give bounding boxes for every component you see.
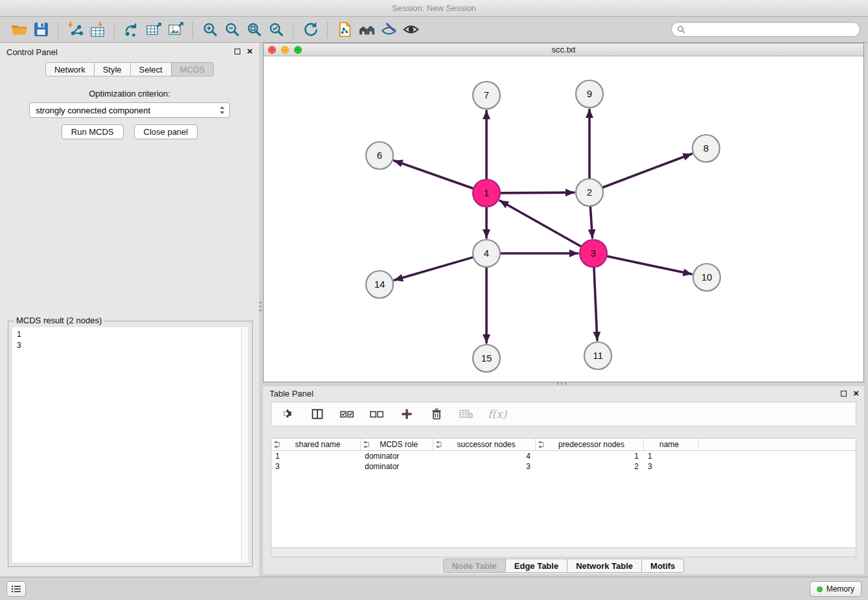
panel-splitter-horizontal[interactable] [557,382,569,385]
select-all-columns-button[interactable] [339,406,356,422]
cell-name: 3 [644,461,699,472]
tab-style[interactable]: Style [95,62,131,76]
network-window: × − + scc.txt 7968124314101511 [263,43,864,382]
result-line: 1 [17,329,244,340]
tab-node-table[interactable]: Node Table [443,559,506,573]
delete-columns-button[interactable] [428,406,445,422]
cell-shared-name: 1 [271,451,361,461]
graph-edge-1-6[interactable] [394,161,474,189]
column-header-name[interactable]: name [644,439,699,450]
float-panel-icon[interactable] [234,49,240,54]
tab-motifs[interactable]: Motifs [642,559,684,573]
column-header-shared-name[interactable]: shared name [271,439,361,450]
network-window-titlebar[interactable]: × − + scc.txt [264,43,863,56]
column-header-icon [363,441,371,448]
column-header-successor-nodes[interactable]: successor nodes [433,439,536,450]
optimization-criterion-select[interactable]: strongly connected component [29,102,230,118]
graph-node-label: 8 [703,143,709,154]
apply-layout-button[interactable] [299,19,321,41]
function-builder-button: f(x) [488,406,507,422]
eye-icon [402,21,420,38]
column-header-icon [538,441,546,448]
task-history-button[interactable] [6,581,26,597]
network-canvas[interactable]: 7968124314101511 [264,56,863,382]
graph-node-label: 4 [484,248,489,259]
style-edit-button[interactable] [378,19,400,41]
column-header-predecessor-nodes[interactable]: predecessor nodes [536,439,644,450]
column-label: predecessor nodes [546,440,643,449]
tab-network[interactable]: Network [45,62,95,76]
zoom-selected-button[interactable] [265,19,287,41]
import-table-button[interactable] [86,19,108,41]
deselect-all-columns-button[interactable] [369,406,385,422]
status-bar: Memory [0,577,868,600]
result-scrollbar[interactable] [241,327,248,562]
create-column-button[interactable] [398,406,415,422]
graph-edge-3-10[interactable] [608,257,692,274]
birdseye-view-button[interactable] [400,19,422,41]
export-table-button[interactable] [143,19,165,41]
list-icon [11,584,21,594]
table-panel: Table Panel × [263,386,864,574]
panel-splitter-vertical[interactable] [259,302,262,314]
eye-pen-icon [380,21,398,38]
control-panel: Control Panel × Network Style Select MCD… [0,43,259,577]
close-panel-icon[interactable]: × [247,48,253,54]
open-session-button[interactable] [8,19,30,41]
save-session-button[interactable] [30,19,52,41]
network-window-title: scc.txt [552,45,576,54]
zoom-window-icon[interactable]: + [294,46,302,54]
column-header-mcds-role[interactable]: MCDS role [361,439,433,450]
graph-edge-4-14[interactable] [394,257,473,280]
table-row[interactable]: 3 dominator 3 2 3 [271,461,856,472]
close-window-icon[interactable]: × [268,46,276,54]
control-panel-tabs: Network Style Select MCDS [0,62,259,76]
search-input[interactable] [689,25,854,34]
import-network-button[interactable] [64,19,86,41]
tab-edge-table[interactable]: Edge Table [506,559,567,573]
fx-icon: f(x) [488,408,507,421]
float-table-panel-icon[interactable] [841,391,847,397]
memory-button[interactable]: Memory [810,581,862,597]
clipboard-network-button[interactable] [334,19,356,41]
dropdown-value: strongly connected component [36,106,219,115]
app-window: Session: New Session [0,0,868,600]
graph-edge-3-11[interactable] [594,268,597,340]
zoom-fit-button[interactable] [243,19,265,41]
zoom-in-icon [201,21,219,38]
close-panel-button[interactable]: Close panel [134,124,198,139]
search-box[interactable] [671,22,860,37]
graph-edge-2-3[interactable] [590,207,592,238]
home-views-button[interactable] [356,19,378,41]
column-label: name [646,440,698,449]
table-row[interactable]: 1 dominator 4 1 1 [271,451,856,461]
open-folder-icon [10,21,28,38]
run-mcds-button[interactable]: Run MCDS [62,124,124,139]
graph-node-label: 3 [591,248,596,259]
export-image-icon [167,21,185,38]
cell-mcds-role: dominator [361,461,433,472]
close-table-panel-icon[interactable]: × [853,390,859,397]
column-header-filler [699,439,856,450]
tab-network-table[interactable]: Network Table [567,559,642,573]
minimize-window-icon[interactable]: − [281,46,289,54]
delete-table-icon [459,408,474,420]
tab-select[interactable]: Select [131,62,172,76]
graph-edge-1-2[interactable] [501,192,574,193]
zoom-in-button[interactable] [199,19,221,41]
gear-icon [281,408,294,421]
mcds-result-area[interactable]: 1 3 [12,327,248,562]
export-image-button[interactable] [165,19,187,41]
optimization-criterion-label: Optimization criterion: [0,89,259,98]
table-mode-button[interactable] [279,406,296,422]
zoom-out-button[interactable] [221,19,243,41]
show-columns-button[interactable] [309,406,326,422]
network-from-selection-button[interactable] [120,19,143,41]
table-horizontal-scrollbar[interactable] [271,548,856,557]
graph-node-label: 11 [593,350,603,361]
graph-edge-2-8[interactable] [603,154,692,187]
main-toolbar [0,17,868,43]
document-network-icon [336,21,354,38]
tab-mcds[interactable]: MCDS [172,62,214,76]
graph-edge-3-1[interactable] [500,201,581,246]
